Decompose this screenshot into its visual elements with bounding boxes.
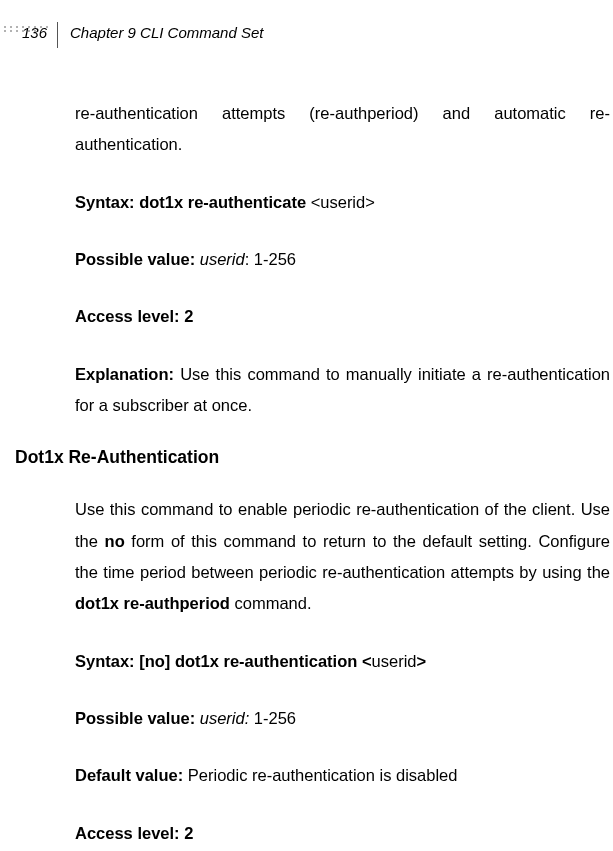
- p2-no: no: [105, 532, 125, 550]
- intro-paragraph: re-authentication attempts (re-authperio…: [75, 98, 610, 161]
- possible1-label: Possible value:: [75, 250, 200, 268]
- page-header: 136 Chapter 9 CLI Command Set: [0, 22, 613, 48]
- syntax2-close: >: [417, 652, 427, 670]
- possible-value-2: Possible value: userid: 1-256: [75, 703, 610, 734]
- possible1-var: userid: [200, 250, 245, 268]
- syntax1-label: Syntax: dot1x re-authenticate: [75, 193, 311, 211]
- syntax2-label: Syntax: [no] dot1x re-authentication <: [75, 652, 372, 670]
- p2-b: form of this command to return to the de…: [75, 532, 610, 581]
- section-heading: Dot1x Re-Authentication: [15, 447, 610, 468]
- expl1-label: Explanation:: [75, 365, 174, 383]
- p2-cmd: dot1x re-authperiod: [75, 594, 230, 612]
- possible1-rest: : 1-256: [245, 250, 296, 268]
- decorative-dots: [4, 26, 54, 38]
- p2-c: command.: [230, 594, 312, 612]
- explanation-1: Explanation: Use this command to manuall…: [75, 359, 610, 422]
- default-text: Periodic re-authentication is disabled: [183, 766, 457, 784]
- syntax2-arg: userid: [372, 652, 417, 670]
- access-level-1: Access level: 2: [75, 301, 610, 332]
- page-content: re-authentication attempts (re-authperio…: [0, 48, 613, 851]
- possible-value-1: Possible value: userid: 1-256: [75, 244, 610, 275]
- section-paragraph: Use this command to enable periodic re-a…: [75, 494, 610, 619]
- page-container: 136 Chapter 9 CLI Command Set re-authent…: [0, 0, 613, 851]
- default-label: Default value:: [75, 766, 183, 784]
- possible2-rest: 1-256: [249, 709, 296, 727]
- default-value: Default value: Periodic re-authenticatio…: [75, 760, 610, 791]
- access-level-2: Access level: 2: [75, 818, 610, 849]
- syntax1-arg: <userid>: [311, 193, 375, 211]
- possible2-var: userid:: [200, 709, 250, 727]
- syntax-line-2: Syntax: [no] dot1x re-authentication <us…: [75, 646, 610, 677]
- possible2-label: Possible value:: [75, 709, 200, 727]
- chapter-title: Chapter 9 CLI Command Set: [58, 22, 263, 48]
- syntax-line-1: Syntax: dot1x re-authenticate <userid>: [75, 187, 610, 218]
